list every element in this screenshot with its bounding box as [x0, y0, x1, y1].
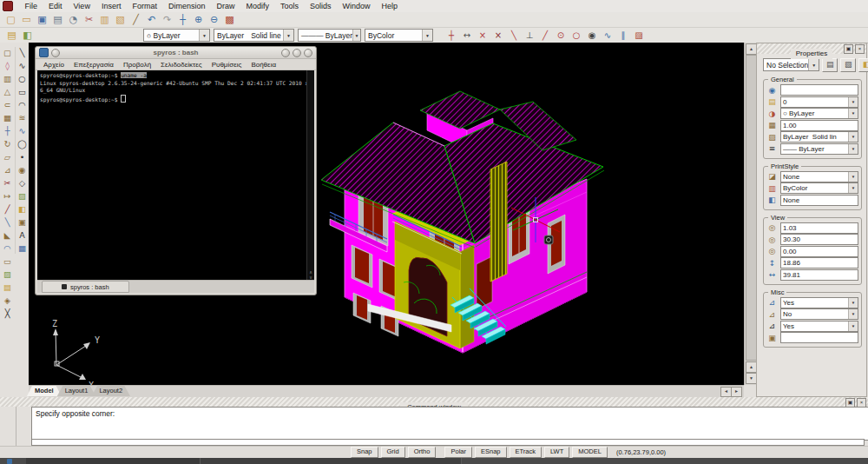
circle-icon[interactable]: ○	[16, 73, 28, 84]
snap-parallel-icon[interactable]: ∥	[617, 30, 629, 41]
snap-center-icon[interactable]: ⊙	[555, 30, 567, 41]
command-window-header[interactable]: Command window ▣ ×	[0, 397, 868, 407]
donut-icon[interactable]: ◉	[16, 164, 28, 176]
polar-toggle[interactable]: Polar	[444, 447, 472, 458]
close-icon[interactable]	[304, 49, 312, 57]
terminal-session-tab[interactable]: spyros : bash	[42, 281, 129, 293]
entity-lineweight-combo[interactable]: ——— ByLayer ▼	[298, 29, 361, 42]
new-file-icon[interactable]: ▢	[4, 14, 17, 26]
chevron-down-icon[interactable]: ▼	[283, 30, 293, 41]
copy-icon[interactable]: ▥	[98, 14, 111, 26]
point-icon[interactable]: •	[16, 151, 28, 162]
menu-item[interactable]: Tools	[274, 1, 304, 12]
move-icon[interactable]: ┼	[2, 125, 13, 136]
hatch-edit-icon[interactable]: ▨	[2, 268, 13, 280]
ucs-per-viewport-row[interactable]: ⊿Yes	[766, 321, 858, 331]
menu-item[interactable]: Edit	[43, 1, 69, 12]
select-entities-icon[interactable]: ▧	[840, 58, 856, 72]
snap-perpendicular-icon[interactable]: ⊥	[523, 30, 536, 41]
application-icon[interactable]	[3, 1, 13, 11]
terminal-menu-item[interactable]: Σελιδοδείκτες	[161, 61, 202, 69]
copy-entities-icon[interactable]: ▥	[2, 73, 13, 84]
trim-icon[interactable]: ✂	[2, 177, 13, 189]
lwt-toggle[interactable]: LWT	[544, 447, 569, 458]
rectangle-icon[interactable]: ▭	[16, 86, 28, 97]
snap-nearest-icon[interactable]: ∿	[602, 30, 614, 41]
menu-item[interactable]: Solids	[305, 1, 338, 12]
paste-icon[interactable]: ▧	[114, 14, 127, 26]
model-tab[interactable]: Model	[27, 386, 62, 396]
taskbar-window-button[interactable]	[26, 458, 201, 464]
terminal-output[interactable]: spyros@spyros-desktop:~$ uname -a Linux …	[37, 70, 314, 280]
print-color-row[interactable]: ▥ByColor	[766, 183, 858, 194]
snap-intersection-icon[interactable]: ×	[492, 30, 504, 41]
scale-icon[interactable]: ▱	[2, 151, 13, 162]
menu-item[interactable]: Help	[376, 1, 404, 12]
snap-node-icon[interactable]: ◉	[586, 30, 598, 41]
arc-icon[interactable]: ◠	[16, 99, 28, 110]
taskbar-window-button[interactable]	[201, 458, 462, 464]
break-icon[interactable]: ╱	[2, 203, 13, 215]
table-icon[interactable]: ▦	[16, 242, 28, 254]
menu-item[interactable]: Draw	[211, 1, 240, 12]
layer-row[interactable]: ▤0	[766, 96, 858, 107]
explode-icon[interactable]: ╳	[2, 308, 13, 319]
snap-endpoint-icon[interactable]: ×	[477, 30, 489, 41]
offset-icon[interactable]: ⊂	[2, 99, 13, 110]
properties-panel-header[interactable]: Properties ▣ ×	[757, 43, 866, 54]
minimize-icon[interactable]	[281, 49, 290, 57]
maximize-icon[interactable]	[293, 49, 301, 57]
fillet-icon[interactable]: ◠	[2, 242, 13, 254]
stretch-icon[interactable]: ⊿	[2, 164, 13, 176]
ucs-icon-origin-row[interactable]: ⊿No	[766, 309, 858, 320]
menu-item[interactable]: Insert	[95, 1, 127, 12]
command-history[interactable]: Specify opposite corner:	[31, 407, 868, 441]
menu-item[interactable]: Window	[337, 1, 376, 12]
chevron-down-icon[interactable]: ▼	[352, 30, 360, 41]
join-icon[interactable]: ╲	[2, 216, 13, 228]
region-draw-icon[interactable]: ▣	[16, 216, 28, 228]
background-row[interactable]: ▣	[766, 333, 858, 343]
polyline-icon[interactable]: ∿	[16, 60, 28, 71]
menu-item[interactable]: Format	[127, 1, 163, 12]
print-icon[interactable]: ▤	[51, 14, 64, 26]
pin-icon[interactable]: ▣	[844, 44, 853, 54]
terminal-menu-item[interactable]: Επεξεργασία	[74, 61, 114, 69]
polygon-icon[interactable]: ◇	[16, 177, 28, 189]
rotate-icon[interactable]: ↻	[2, 138, 13, 149]
entity-name-row[interactable]: ◉	[766, 85, 858, 96]
camera-x-row[interactable]: ◎1.03	[766, 222, 858, 233]
layers-dialog-icon[interactable]: ▤	[5, 30, 18, 42]
selection-combo[interactable]: No Selection ▼	[763, 58, 819, 71]
erase-icon[interactable]: ◊	[2, 60, 13, 71]
camera-z-row[interactable]: ◎0.00	[766, 246, 858, 256]
layer-manager-icon[interactable]: ▩	[223, 14, 236, 26]
print-table-row[interactable]: ◧None	[766, 195, 858, 205]
snap-toggle[interactable]: Snap	[351, 447, 378, 458]
linetype-row[interactable]: ▨ByLayer Solid lin	[766, 132, 858, 143]
redo-icon[interactable]: ↷	[161, 14, 174, 26]
entity-color-combo[interactable]: ○ ByLayer ▼	[143, 29, 210, 42]
entity-linetype-combo[interactable]: ByLayer Solid line ▼	[214, 29, 294, 42]
camera-y-row[interactable]: ◎30.30	[766, 235, 858, 245]
ortho-toggle[interactable]: Ortho	[408, 447, 437, 458]
solids-edit-icon[interactable]: ◈	[2, 295, 13, 306]
view-width-row[interactable]: ↔39.81	[766, 269, 858, 280]
menu-item[interactable]: View	[68, 1, 95, 12]
snap-from-icon[interactable]: ↔	[461, 30, 473, 41]
view-height-row[interactable]: ↕18.86	[766, 258, 858, 268]
menu-item[interactable]: Modify	[240, 1, 275, 12]
match-properties-icon[interactable]: ╱	[129, 14, 142, 26]
zoom-in-icon[interactable]: ⊕	[192, 14, 205, 26]
model-space-toggle[interactable]: MODEL	[572, 447, 608, 458]
pan-icon[interactable]: ┼	[176, 14, 189, 26]
boundary-icon[interactable]: ▤	[2, 282, 13, 293]
esnap-toggle[interactable]: ESnap	[475, 447, 507, 458]
mirror-icon[interactable]: △	[2, 86, 13, 97]
snap-quadrant-icon[interactable]: ○	[570, 30, 582, 41]
chevron-down-icon[interactable]: ▼	[199, 30, 209, 41]
terminal-menu-item[interactable]: Ρυθμίσεις	[212, 61, 242, 69]
line-icon[interactable]: ╲	[16, 47, 28, 58]
layer-previous-icon[interactable]: ◧	[21, 30, 34, 42]
region-icon[interactable]: ▭	[2, 255, 13, 267]
